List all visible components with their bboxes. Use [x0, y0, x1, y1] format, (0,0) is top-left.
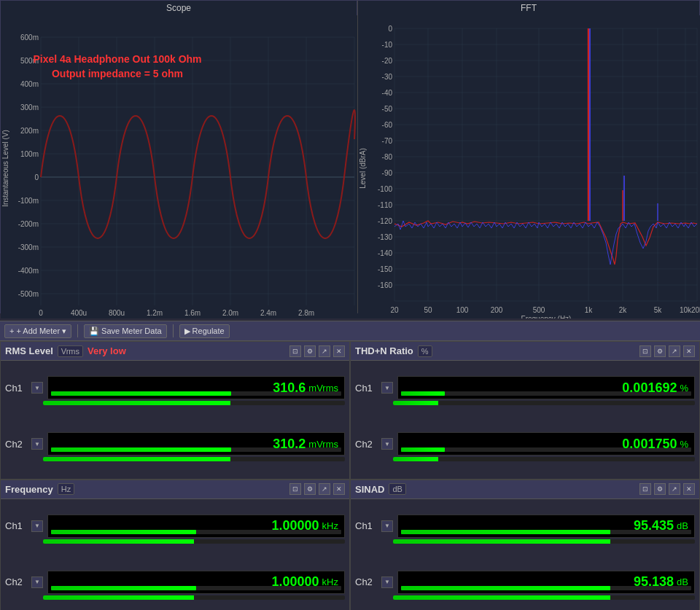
thd-ch2-bar	[401, 447, 445, 452]
freq-ch1-bar	[51, 530, 196, 534]
svg-text:-160: -160	[378, 281, 392, 289]
scope-y-label: Instantaneous Level (V)	[1, 130, 9, 207]
sinad-popout-icon[interactable]: ↗	[669, 483, 680, 495]
save-meter-button[interactable]: 💾 Save Meter Data	[84, 324, 167, 338]
sinad-header-icons: ⊡ ⚙ ↗ ✕	[639, 483, 695, 495]
sinad-unit[interactable]: dB	[389, 483, 405, 495]
freq-ch1-label: Ch1	[5, 520, 27, 531]
svg-text:1k: 1k	[585, 306, 594, 314]
freq-ch2-secondary-bar	[43, 595, 345, 600]
rms-close-icon[interactable]: ✕	[333, 345, 345, 357]
sinad-ch2-row: Ch2 ▼ 95.138 dB	[355, 571, 695, 601]
thd-settings-icon[interactable]: ⚙	[654, 345, 666, 357]
freq-expand-icon[interactable]: ⊡	[289, 483, 301, 495]
svg-text:800u: 800u	[109, 309, 125, 317]
svg-text:1.2m: 1.2m	[147, 309, 163, 317]
svg-text:50: 50	[424, 306, 432, 314]
sinad-ch1-label: Ch1	[355, 520, 377, 531]
sinad-expand-icon[interactable]: ⊡	[639, 483, 651, 495]
svg-text:2.0m: 2.0m	[222, 309, 238, 317]
thd-title: THD+N Ratio	[355, 345, 413, 356]
rms-ch2-channel-row: Ch2 ▼ 310.2 mVrms	[5, 432, 345, 455]
svg-text:-150: -150	[378, 265, 392, 273]
rms-level-panel: RMS Level Vrms Very low ⊡ ⚙ ↗ ✕ Ch1 ▼	[0, 341, 350, 480]
freq-close-icon[interactable]: ✕	[333, 483, 345, 495]
svg-text:-40: -40	[382, 89, 393, 97]
rms-ch2-dropdown[interactable]: ▼	[31, 438, 43, 450]
svg-text:-200m: -200m	[18, 220, 39, 228]
svg-text:200m: 200m	[20, 127, 39, 135]
sinad-ch2-dropdown[interactable]: ▼	[381, 576, 393, 588]
thd-header-icons: ⊡ ⚙ ↗ ✕	[639, 345, 695, 357]
freq-ch2-dropdown[interactable]: ▼	[31, 576, 43, 588]
svg-text:500: 500	[533, 306, 545, 314]
thd-unit[interactable]: %	[418, 345, 432, 357]
toolbar: + + Add Meter ▾ 💾 Save Meter Data ▶ Regu…	[0, 321, 700, 341]
freq-unit[interactable]: Hz	[58, 483, 74, 495]
thd-ch2-value: 0.001750	[622, 437, 677, 452]
rms-ch1-secondary-bar	[43, 401, 345, 405]
freq-settings-icon[interactable]: ⚙	[304, 483, 316, 495]
svg-text:-70: -70	[382, 137, 393, 145]
rms-ch1-dropdown[interactable]: ▼	[31, 382, 43, 394]
fft-panel: FFT Level (dBrA)	[357, 0, 700, 313]
sinad-close-icon[interactable]: ✕	[683, 483, 695, 495]
freq-popout-icon[interactable]: ↗	[319, 483, 330, 495]
thd-close-icon[interactable]: ✕	[683, 345, 695, 357]
svg-text:-400m: -400m	[18, 267, 39, 275]
scope-panel: Scope Instantaneous Level (V)	[0, 0, 357, 313]
thd-ch2-dropdown[interactable]: ▼	[381, 438, 393, 450]
sinad-ch2-unit: dB	[677, 576, 688, 587]
fft-title: FFT	[358, 1, 699, 15]
thd-ch1-dropdown[interactable]: ▼	[381, 382, 393, 394]
rms-header: RMS Level Vrms Very low ⊡ ⚙ ↗ ✕	[1, 342, 349, 361]
rms-ch1-display: 310.6 mVrms	[47, 376, 345, 399]
sinad-title: SINAD	[355, 484, 384, 495]
rms-ch2-row: Ch2 ▼ 310.2 mVrms	[5, 432, 345, 463]
thd-ch2-display: 0.001750 %	[397, 432, 695, 455]
rms-title: RMS Level	[5, 345, 53, 356]
sinad-settings-icon[interactable]: ⚙	[654, 483, 666, 495]
thd-ch1-unit: %	[680, 383, 688, 394]
rms-expand-icon[interactable]: ⊡	[289, 345, 301, 357]
rms-ch2-label: Ch2	[5, 439, 27, 450]
separator2	[173, 324, 174, 337]
svg-text:-100m: -100m	[18, 197, 39, 205]
sinad-ch2-channel-row: Ch2 ▼ 95.138 dB	[355, 571, 695, 594]
add-meter-button[interactable]: + + Add Meter ▾	[4, 324, 71, 338]
freq-ch2-label: Ch2	[5, 576, 27, 587]
rms-unit[interactable]: Vrms	[58, 345, 83, 357]
sinad-ch1-dropdown[interactable]: ▼	[381, 520, 393, 532]
rms-ch1-value: 310.6	[273, 380, 306, 396]
thd-expand-icon[interactable]: ⊡	[639, 345, 651, 357]
svg-text:-300m: -300m	[18, 243, 39, 251]
sinad-ch1-row: Ch1 ▼ 95.435 dB	[355, 515, 695, 545]
thd-ch1-secondary-bar	[393, 401, 695, 405]
thd-popout-icon[interactable]: ↗	[669, 345, 680, 357]
svg-text:0: 0	[388, 25, 392, 33]
freq-ch2-channel-row: Ch2 ▼ 1.00000 kHz	[5, 571, 345, 594]
sinad-ch1-display: 95.435 dB	[397, 515, 695, 538]
fft-red-trace	[394, 221, 697, 265]
thd-ch1-row: Ch1 ▼ 0.001692 %	[355, 376, 695, 407]
freq-ch1-channel-row: Ch1 ▼ 1.00000 kHz	[5, 515, 345, 538]
top-section: Scope Instantaneous Level (V)	[0, 0, 700, 313]
thd-ch1-label: Ch1	[355, 383, 377, 394]
svg-text:-100: -100	[378, 185, 392, 193]
rms-ch1-channel-row: Ch1 ▼ 310.6 mVrms	[5, 376, 345, 399]
thd-body: Ch1 ▼ 0.001692 %	[351, 361, 699, 479]
freq-ch1-dropdown[interactable]: ▼	[31, 520, 43, 532]
svg-text:2k: 2k	[619, 306, 628, 314]
rms-status: Very low	[88, 345, 126, 356]
sinad-header: SINAD dB ⊡ ⚙ ↗ ✕	[351, 480, 699, 499]
svg-text:-90: -90	[382, 169, 393, 177]
rms-settings-icon[interactable]: ⚙	[304, 345, 316, 357]
regulate-button[interactable]: ▶ Regulate	[179, 324, 230, 338]
dropdown-arrow-icon: ▾	[62, 326, 66, 336]
freq-ch2-row: Ch2 ▼ 1.00000 kHz	[5, 571, 345, 601]
rms-ch2-secondary-bar	[43, 457, 345, 461]
svg-text:-10: -10	[382, 41, 393, 49]
svg-text:100: 100	[456, 306, 469, 314]
rms-popout-icon[interactable]: ↗	[319, 345, 330, 357]
svg-text:-500m: -500m	[18, 290, 39, 298]
